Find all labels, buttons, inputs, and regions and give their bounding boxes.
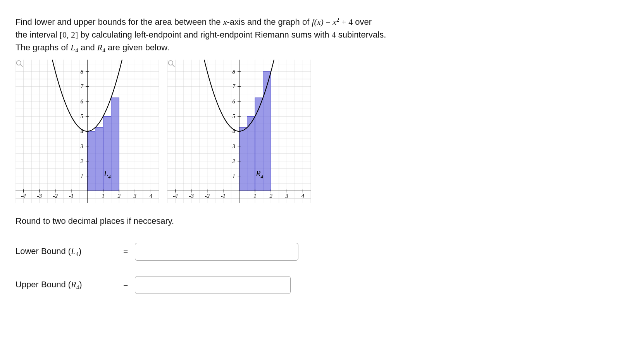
svg-point-156: [169, 60, 173, 65]
svg-rect-118: [247, 116, 255, 191]
graphs-container: -4-3-2-1123412345678L4 -4-3-2-1123412345…: [16, 60, 611, 203]
svg-text:-4: -4: [21, 193, 26, 199]
text: Find lower and upper bounds for the area…: [16, 17, 223, 27]
text: and: [78, 43, 97, 52]
nsub: 4: [332, 30, 336, 39]
svg-text:1: 1: [102, 193, 105, 199]
top-rule: [16, 8, 611, 8]
svg-text:1: 1: [233, 173, 236, 179]
R4sub: 4: [102, 47, 105, 54]
svg-text:2: 2: [233, 158, 236, 164]
text: ): [79, 246, 81, 256]
zoom-icon[interactable]: [167, 60, 175, 67]
svg-rect-117: [239, 127, 247, 191]
svg-text:4: 4: [301, 193, 305, 199]
x-var: x: [223, 17, 227, 27]
lower-bound-input[interactable]: [135, 243, 298, 261]
text: Lower Bound (: [16, 246, 71, 256]
svg-line-157: [172, 64, 175, 67]
svg-text:-1: -1: [69, 193, 74, 199]
upper-bound-label: Upper Bound (R4): [16, 278, 116, 292]
text: over: [353, 17, 372, 27]
L: L: [71, 43, 75, 52]
svg-text:6: 6: [81, 98, 84, 105]
fx: f(x): [312, 17, 324, 27]
svg-text:-3: -3: [189, 193, 194, 199]
graph-R4-svg: -4-3-2-1123412345678R4: [167, 60, 311, 203]
svg-text:3: 3: [232, 143, 236, 149]
upper-bound-row: Upper Bound (R4) =: [16, 276, 611, 294]
svg-text:-2: -2: [53, 193, 58, 199]
svg-text:-2: -2: [205, 193, 210, 199]
svg-text:5: 5: [233, 113, 236, 119]
x: x: [332, 17, 336, 27]
eq: =: [324, 17, 332, 27]
graph-L4[interactable]: -4-3-2-1123412345678L4: [16, 60, 159, 203]
svg-rect-120: [263, 72, 271, 191]
text: the interval: [16, 30, 60, 39]
svg-text:8: 8: [81, 69, 84, 75]
svg-text:-1: -1: [221, 193, 226, 199]
svg-text:5: 5: [81, 113, 84, 119]
svg-rect-39: [95, 127, 103, 191]
svg-text:1: 1: [253, 193, 257, 199]
svg-text:4: 4: [150, 193, 153, 199]
svg-text:3: 3: [80, 143, 84, 149]
text: -axis and the graph of: [227, 17, 312, 27]
text: ): [79, 280, 82, 289]
R: R: [97, 43, 102, 52]
rounding-instruction: Round to two decimal places if neccesary…: [16, 215, 611, 227]
plus4: + 4: [339, 17, 353, 27]
text: by calculating left-endpoint and right-e…: [78, 30, 331, 39]
svg-text:2: 2: [81, 158, 84, 164]
svg-text:1: 1: [81, 173, 84, 179]
lower-bound-label: Lower Bound (L4): [16, 245, 116, 259]
svg-text:-3: -3: [37, 193, 42, 199]
lower-bound-row: Lower Bound (L4) =: [16, 243, 611, 261]
upper-bound-input[interactable]: [135, 276, 291, 294]
text: Upper Bound (: [16, 280, 71, 289]
graph-L4-svg: -4-3-2-1123412345678L4: [16, 60, 159, 203]
svg-text:3: 3: [285, 193, 289, 199]
svg-text:8: 8: [233, 69, 236, 75]
exp2: 2: [336, 16, 339, 23]
svg-rect-40: [103, 116, 111, 191]
svg-rect-41: [111, 98, 119, 191]
L: L: [71, 246, 76, 256]
R: R: [71, 280, 76, 289]
sub4: 4: [76, 251, 79, 257]
svg-text:3: 3: [133, 193, 137, 199]
problem-statement: Find lower and upper bounds for the area…: [16, 15, 611, 55]
equals-sign: =: [120, 278, 131, 291]
equals-sign: =: [120, 245, 131, 258]
interval: [0, 2]: [60, 30, 78, 39]
zoom-icon[interactable]: [16, 60, 23, 67]
svg-text:6: 6: [233, 98, 236, 105]
svg-point-77: [17, 60, 21, 65]
text: are given below.: [105, 43, 169, 52]
svg-line-78: [21, 64, 23, 67]
svg-text:2: 2: [117, 193, 121, 199]
L4sub: 4: [75, 47, 78, 54]
text: The graphs of: [16, 43, 71, 52]
svg-text:2: 2: [269, 193, 272, 199]
text: subintervals.: [336, 30, 386, 39]
svg-text:-4: -4: [173, 193, 178, 199]
graph-R4[interactable]: -4-3-2-1123412345678R4: [167, 60, 311, 203]
